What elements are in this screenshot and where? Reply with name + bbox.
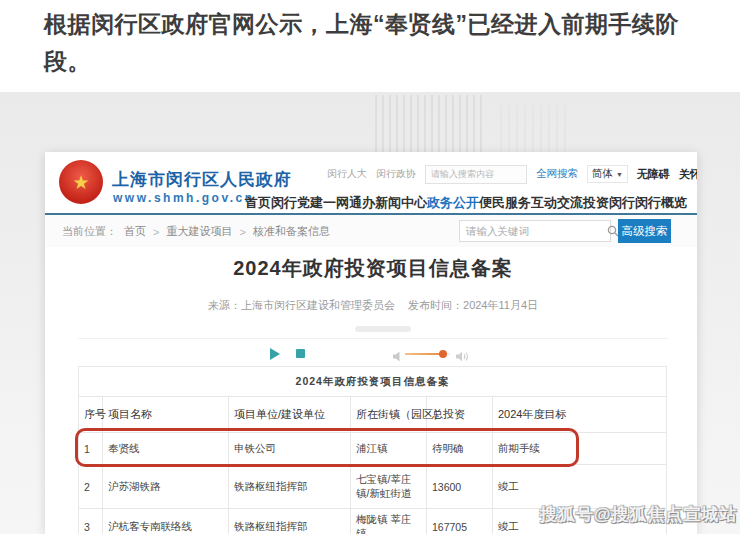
cell-index: 1 <box>79 433 103 465</box>
breadcrumb-separator: > <box>239 226 245 238</box>
chevron-down-icon: ▼ <box>616 171 623 178</box>
background-stripes <box>500 105 570 155</box>
cell-project-name: 沪苏湖铁路 <box>103 465 229 509</box>
table-row-fengxian-line: 1 奉贤线 申铁公司 浦江镇 待明确 前期手续 <box>79 433 667 465</box>
page-title: 2024年政府投资项目信息备案 <box>78 255 668 282</box>
col-header-town: 所在街镇（园区） <box>351 397 427 433</box>
col-header-2024-goal: 2024年度目标 <box>493 397 667 433</box>
cell-town: 梅陇镇 莘庄镇 <box>351 509 427 534</box>
table-title: 2024年政府投资项目信息备案 <box>79 367 667 397</box>
sohu-watermark: 搜狐号@搜狐焦点宣城站 <box>540 503 738 526</box>
breadcrumb-separator: > <box>153 226 159 238</box>
cell-project-name: 沪杭客专南联络线 <box>103 509 229 534</box>
volume-fill <box>405 353 443 355</box>
audio-player <box>78 338 668 367</box>
nav-item-gov-disclosure[interactable]: 政务公开 <box>427 194 479 212</box>
cell-unit: 铁路枢纽指挥部 <box>229 465 351 509</box>
full-site-search-button[interactable]: 全网搜索 <box>536 167 578 181</box>
nav-item-minhang-overview[interactable]: 闵行概览 <box>635 194 687 212</box>
cell-goal: 竣工 <box>493 465 667 509</box>
article-headline: 根据闵行区政府官网公示，上海“奉贤线”已经进入前期手续阶段。 <box>44 6 708 80</box>
nav-item-one-stop[interactable]: 一网通办 <box>323 194 375 212</box>
article-source: 来源：上海市闵行区建设和管理委员会 <box>208 299 395 311</box>
link-minhang-cppcc[interactable]: 闵行政协 <box>376 167 416 181</box>
volume-slider[interactable] <box>405 353 450 355</box>
site-title: 上海市闵行区人民政府 <box>112 168 292 191</box>
site-search-input[interactable] <box>425 165 527 184</box>
breadcrumb-home[interactable]: 首页 <box>124 224 146 239</box>
col-header-investment: 总投资 <box>427 397 493 433</box>
cell-town: 浦江镇 <box>351 433 427 465</box>
nav-item-news-center[interactable]: 新闻中心 <box>375 194 427 212</box>
cell-project-name: 奉贤线 <box>103 433 229 465</box>
link-minhang-peoples-congress[interactable]: 闵行人大 <box>327 167 367 181</box>
cell-unit: 铁路枢纽指挥部 <box>229 509 351 534</box>
cell-goal: 前期手续 <box>493 433 667 465</box>
breadcrumb-approval-filing-info[interactable]: 核准和备案信息 <box>253 224 330 239</box>
stop-icon[interactable] <box>296 349 305 358</box>
emblem-star-icon: ★ <box>72 173 89 192</box>
breadcrumb-label: 当前位置： <box>62 224 117 239</box>
play-icon[interactable] <box>270 348 280 360</box>
nav-item-party-building[interactable]: 闵行党建 <box>271 194 323 212</box>
nav-item-home[interactable]: 首页 <box>245 194 271 212</box>
keyword-search-box <box>459 220 611 242</box>
national-emblem-logo[interactable]: ★ <box>59 160 103 204</box>
breadcrumb-bar: 当前位置： 首页 > 重大建设项目 > 核准和备案信息 高级搜索 <box>45 215 697 247</box>
site-url: www.shmh.gov.cn <box>113 191 255 205</box>
col-header-index: 序号 <box>79 397 103 433</box>
nav-item-public-services[interactable]: 便民服务 <box>479 194 531 212</box>
breadcrumb-major-projects[interactable]: 重大建设项目 <box>166 224 232 239</box>
table-row-husuhu-railway: 2 沪苏湖铁路 铁路枢纽指挥部 七宝镇/莘庄镇/新虹街道 13600 竣工 <box>79 465 667 509</box>
cell-investment: 167705 <box>427 509 493 534</box>
main-nav: 首页 闵行党建 一网通办 新闻中心 政务公开 便民服务 互动交流 投资闵行 闵行… <box>245 194 669 212</box>
nav-item-interaction[interactable]: 互动交流 <box>531 194 583 212</box>
nav-item-invest-minhang[interactable]: 投资闵行 <box>583 194 635 212</box>
speaker-waves-icon[interactable] <box>456 348 470 366</box>
advanced-search-button[interactable]: 高级搜索 <box>618 219 671 243</box>
care-mode-button[interactable]: 关怀版 <box>679 167 697 182</box>
cell-unit: 申铁公司 <box>229 433 351 465</box>
volume-knob[interactable] <box>439 350 447 358</box>
language-dropdown[interactable]: 简体 ▼ <box>587 165 628 183</box>
accessibility-button[interactable]: 无障碍 <box>637 167 670 182</box>
article-publish-date: 发布时间：2024年11月4日 <box>408 299 538 311</box>
table-header-row: 序号 项目名称 项目单位/建设单位 所在街镇（园区） 总投资 2024年度目标 <box>79 397 667 433</box>
cell-town: 七宝镇/莘庄镇/新虹街道 <box>351 465 427 509</box>
cell-investment: 13600 <box>427 465 493 509</box>
page: 根据闵行区政府官网公示，上海“奉贤线”已经进入前期手续阶段。 ★ 上海市闵行区人… <box>0 0 740 534</box>
table-title-row: 2024年政府投资项目信息备案 <box>79 367 667 397</box>
cell-index: 3 <box>79 509 103 534</box>
keyword-search-input[interactable] <box>460 225 607 237</box>
gov-site-screenshot: ★ 上海市闵行区人民政府 www.shmh.gov.cn 闵行人大 闵行政协 全… <box>45 152 697 534</box>
breadcrumb: 当前位置： 首页 > 重大建设项目 > 核准和备案信息 <box>62 224 330 239</box>
speaker-icon[interactable] <box>393 348 404 366</box>
player-caption-placeholder <box>355 326 411 332</box>
col-header-project-name: 项目名称 <box>103 397 229 433</box>
header-top-links: 闵行人大 闵行政协 全网搜索 简体 ▼ 无障碍 关怀版 <box>327 164 671 184</box>
col-header-unit: 项目单位/建设单位 <box>229 397 351 433</box>
background-stripes <box>375 95 487 155</box>
cell-investment: 待明确 <box>427 433 493 465</box>
cell-index: 2 <box>79 465 103 509</box>
article-meta: 来源：上海市闵行区建设和管理委员会 发布时间：2024年11月4日 <box>78 298 668 313</box>
